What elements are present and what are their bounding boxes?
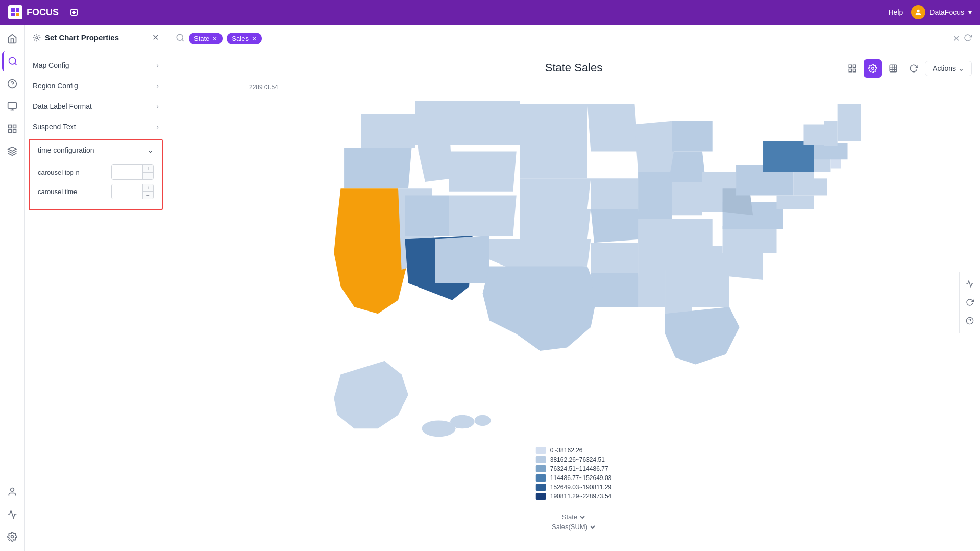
state-sd [520,141,587,179]
chart-area: Actions ⌄ 228973.54 State Sales [167,53,980,551]
table-view-icon[interactable] [884,59,902,78]
help-label[interactable]: Help [889,8,903,16]
actions-button[interactable]: Actions ⌄ [925,61,972,76]
chart-type-icon-1[interactable] [843,59,862,78]
sales-tag-close-icon[interactable]: ✕ [252,35,257,42]
mini-refresh-icon[interactable] [962,294,978,310]
svg-line-9 [15,63,17,65]
time-config-label: time configuration [38,146,94,154]
footer-state-label[interactable]: State [562,513,585,521]
user-info[interactable]: DataFocus ▾ [911,5,972,19]
suspend-text-chevron-icon: › [156,123,159,131]
state-vt [803,124,824,145]
state-nh [824,121,837,146]
svg-rect-26 [853,69,856,72]
map-config-chevron-icon: › [156,61,159,69]
state-ak [334,361,408,428]
legend-color-3 [536,474,546,482]
gear-settings-icon[interactable] [864,59,882,78]
state-nc [723,226,777,253]
state-hi-2 [450,415,475,428]
state-mt [415,101,520,145]
carousel-time-row: carousel time 0.5 + − [38,184,154,199]
state-fl [665,307,740,365]
svg-rect-0 [11,8,15,12]
state-tag-close-icon[interactable]: ✕ [212,35,217,42]
sales-tag[interactable]: Sales ✕ [227,33,262,44]
carousel-top-n-input[interactable]: 1 [112,165,142,179]
side-panel-content: Map Config › Region Config › Data Label … [24,51,167,551]
state-tag[interactable]: State ✕ [189,33,223,44]
legend-color-5 [536,493,546,500]
menu-item-region-config[interactable]: Region Config › [24,76,167,96]
state-tx [483,267,598,351]
legend-range-5: 190811.29~228973.54 [550,493,611,500]
mini-help-icon[interactable] [962,313,978,329]
state-nj [794,172,814,195]
time-config-header[interactable]: time configuration ⌄ [30,140,162,160]
carousel-time-decrement-btn[interactable]: − [143,191,153,199]
nav-help-icon[interactable] [2,74,22,94]
mini-line-chart-icon[interactable] [962,276,978,292]
legend-item-4: 152649.03~190811.29 [536,484,611,491]
state-sc [729,253,763,280]
state-ia [591,178,638,209]
main-layout: Set Chart Properties ✕ Map Config › Regi… [0,25,980,551]
nav-activity-icon[interactable] [2,504,22,524]
svg-rect-25 [853,65,856,67]
legend-item-3: 114486.77~152649.03 [536,474,611,482]
chart-legend: 0~38162.26 38162.26~76324.51 76324.51~11… [536,447,611,500]
actions-label: Actions [933,64,956,73]
menu-item-suspend-text[interactable]: Suspend Text › [24,116,167,137]
search-actions: ✕ [953,34,972,44]
legend-item-0: 0~38162.26 [536,447,611,454]
search-clear-icon[interactable]: ✕ [953,34,960,43]
nav-person-icon[interactable] [2,482,22,502]
menu-item-map-config[interactable]: Map Config › [24,55,167,76]
state-ne [520,178,591,209]
svg-point-21 [36,37,38,39]
carousel-top-n-decrement-btn[interactable]: − [143,172,153,179]
us-map-svg [239,84,949,449]
legend-range-2: 76324.51~114486.77 [550,465,608,472]
search-bar: State ✕ Sales ✕ ✕ [167,25,980,53]
state-nm [435,236,489,283]
new-tab-icon[interactable] [65,3,83,21]
nav-layers-icon[interactable] [2,141,22,161]
svg-rect-24 [849,65,851,67]
carousel-time-spinner[interactable]: 0.5 + − [111,184,154,199]
menu-item-data-label-format[interactable]: Data Label Format › [24,96,167,116]
nav-search-icon[interactable] [2,51,22,71]
carousel-time-input[interactable]: 0.5 [112,184,142,199]
state-ga [692,253,729,307]
side-panel-close-icon[interactable]: ✕ [152,33,159,42]
nav-home-icon[interactable] [2,29,22,49]
search-refresh-icon[interactable] [964,34,972,44]
region-config-label: Region Config [33,82,78,90]
carousel-top-n-row: carousel top n 1 + − [38,164,154,180]
refresh-chart-icon[interactable] [904,59,923,78]
state-ca [334,188,408,314]
user-avatar [911,5,925,19]
state-mn [587,104,638,152]
legend-range-3: 114486.77~152649.03 [550,474,611,482]
carousel-top-n-increment-btn[interactable]: + [143,165,153,172]
nav-monitor-icon[interactable] [2,96,22,116]
state-ky [638,219,713,246]
topbar-left: FOCUS [8,3,83,21]
svg-rect-29 [890,65,897,72]
svg-rect-16 [13,125,16,128]
nav-grid-icon[interactable] [2,118,22,139]
footer-sales-label[interactable]: Sales(SUM) [552,523,596,531]
svg-rect-12 [8,103,16,109]
side-panel-title-text: Set Chart Properties [45,33,119,42]
svg-point-22 [177,34,183,40]
state-ri [830,158,841,169]
svg-rect-2 [11,13,15,16]
search-input[interactable] [266,35,949,43]
carousel-time-increment-btn[interactable]: + [143,184,153,191]
legend-range-1: 38162.26~76324.51 [550,456,605,463]
state-la [591,273,641,307]
nav-settings-icon[interactable] [2,526,22,547]
carousel-top-n-spinner[interactable]: 1 + − [111,164,154,180]
